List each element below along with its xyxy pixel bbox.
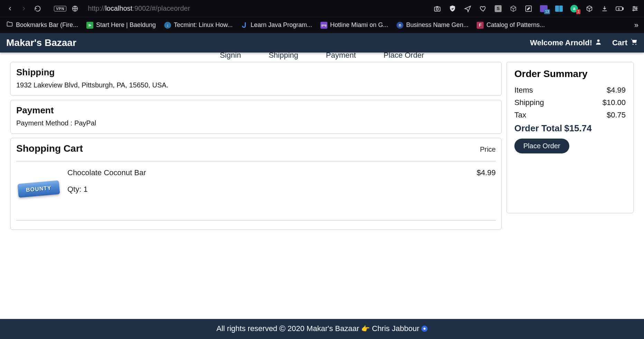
app-navbar: Makar's Bazaar Welcome Arnold! Cart bbox=[0, 33, 644, 53]
brand-title[interactable]: Makar's Bazaar bbox=[6, 37, 76, 48]
cart-label: Cart bbox=[612, 38, 627, 47]
ext-green-icon[interactable]: a1 bbox=[570, 4, 578, 13]
payment-title: Payment bbox=[16, 105, 496, 116]
summary-shipping-row: Shipping $10.00 bbox=[514, 98, 626, 107]
product-name[interactable]: Chocolate Coconut Bar bbox=[67, 168, 146, 177]
url-display[interactable]: http://localhost:9002/#/placeorder bbox=[88, 4, 190, 12]
summary-total-value: $15.74 bbox=[564, 123, 592, 134]
battery-icon[interactable] bbox=[616, 4, 624, 13]
bookmark-item[interactable]: gog Hotline Miami on G... bbox=[320, 21, 388, 29]
step-payment[interactable]: Payment bbox=[326, 53, 356, 60]
reload-icon[interactable] bbox=[32, 3, 43, 14]
vpn-badge[interactable]: VPN bbox=[54, 6, 66, 11]
place-order-button[interactable]: Place Order bbox=[514, 139, 569, 153]
bookmark-item[interactable]: n Business Name Gen... bbox=[396, 21, 468, 29]
ext-s-icon[interactable]: S bbox=[494, 4, 502, 13]
browser-toolbar-right: S 13 a1 bbox=[433, 4, 639, 13]
summary-total-label: Order Total bbox=[514, 123, 562, 134]
favicon-icon: ⋗ bbox=[86, 22, 93, 29]
app-footer: All rights reserved © 2020 Makar's Bazaa… bbox=[0, 319, 644, 339]
checkout-steps: Signin Shipping Payment Place Order bbox=[0, 53, 644, 62]
cart-icon bbox=[630, 38, 638, 48]
bookmark-label: Bookmarks Bar (Fire... bbox=[16, 21, 78, 29]
back-icon[interactable] bbox=[5, 3, 15, 14]
bookmark-item[interactable]: ↓ Tecmint: Linux How... bbox=[164, 21, 233, 29]
bookmark-item[interactable]: F Catalog of Patterns... bbox=[477, 21, 545, 29]
favicon-icon: ᒍ bbox=[241, 22, 248, 29]
welcome-text: Welcome Arnold! bbox=[530, 38, 592, 47]
shipping-title: Shipping bbox=[16, 67, 496, 78]
globe-icon[interactable] bbox=[70, 3, 80, 14]
folder-icon bbox=[6, 21, 13, 29]
bookmarks-overflow-icon[interactable]: » bbox=[634, 21, 638, 30]
user-icon bbox=[595, 38, 602, 47]
shield-check-icon[interactable] bbox=[448, 4, 457, 13]
footer-year: 2020 Makar's Bazaar bbox=[288, 324, 359, 333]
step-place-order[interactable]: Place Order bbox=[384, 53, 424, 60]
summary-shipping-label: Shipping bbox=[514, 98, 544, 107]
step-signin[interactable]: Signin bbox=[220, 53, 241, 60]
cart-card: Shopping Cart Price BOUNTY Chocolate Coc… bbox=[10, 138, 502, 230]
target-icon bbox=[421, 326, 428, 332]
product-image: BOUNTY bbox=[16, 168, 61, 210]
ext-purple-icon[interactable]: 13 bbox=[540, 4, 548, 13]
footer-text: All rights reserved bbox=[216, 324, 277, 333]
browser-address-bar: VPN http://localhost:9002/#/placeorder S… bbox=[0, 0, 644, 17]
book-icon[interactable] bbox=[555, 4, 563, 13]
summary-tax-label: Tax bbox=[514, 111, 526, 120]
footer-author: Chris Jabbour bbox=[372, 324, 419, 333]
bookmark-item[interactable]: ⋗ Start Here | Baeldung bbox=[86, 21, 156, 29]
bookmark-item[interactable]: ᒍ Learn Java Program... bbox=[241, 21, 312, 29]
url-scheme: http:// bbox=[88, 4, 105, 12]
bookmarks-bar: Bookmarks Bar (Fire... ⋗ Start Here | Ba… bbox=[0, 17, 644, 33]
summary-tax-value: $0.75 bbox=[607, 111, 626, 120]
payment-method-label: Payment Method : bbox=[16, 119, 74, 127]
svg-point-2 bbox=[436, 8, 438, 10]
bookmark-label: Tecmint: Linux How... bbox=[174, 21, 233, 29]
summary-items-row: Items $4.99 bbox=[514, 86, 626, 95]
step-shipping[interactable]: Shipping bbox=[269, 53, 298, 60]
edit-icon[interactable] bbox=[524, 4, 533, 13]
payment-method: Payment Method : PayPal bbox=[16, 119, 496, 127]
summary-items-value: $4.99 bbox=[607, 86, 626, 95]
forward-icon[interactable] bbox=[19, 3, 29, 14]
cart-price-header: Price bbox=[480, 145, 496, 153]
ext-cube-icon[interactable] bbox=[509, 4, 517, 13]
shipping-address: 1932 Lakeview Blvd, Pittsburgh, PA, 1565… bbox=[16, 81, 496, 89]
welcome-user[interactable]: Welcome Arnold! bbox=[530, 38, 602, 47]
copyright-icon: © bbox=[279, 324, 286, 333]
bookmark-label: Catalog of Patterns... bbox=[486, 21, 545, 29]
bookmark-item[interactable]: Bookmarks Bar (Fire... bbox=[6, 21, 78, 29]
bookmark-label: Start Here | Baeldung bbox=[96, 21, 156, 29]
summary-tax-row: Tax $0.75 bbox=[514, 111, 626, 120]
svg-point-6 bbox=[633, 6, 635, 8]
heart-icon[interactable] bbox=[479, 4, 487, 13]
svg-rect-4 bbox=[616, 7, 622, 10]
pointing-hand-icon: 👉 bbox=[361, 324, 370, 333]
bounty-wrapper-icon: BOUNTY bbox=[17, 180, 60, 198]
settings-sliders-icon[interactable] bbox=[631, 4, 639, 13]
download-icon[interactable] bbox=[600, 4, 609, 13]
favicon-icon: n bbox=[396, 22, 403, 29]
favicon-icon: ↓ bbox=[164, 22, 171, 29]
cart-link[interactable]: Cart bbox=[612, 38, 638, 48]
camera-icon[interactable] bbox=[433, 4, 441, 13]
product-qty: Qty: 1 bbox=[67, 185, 146, 194]
qty-label: Qty: bbox=[67, 185, 83, 194]
spacer bbox=[0, 237, 644, 249]
summary-items-label: Items bbox=[514, 86, 533, 95]
product-price: $4.99 bbox=[477, 168, 496, 177]
svg-point-9 bbox=[597, 39, 600, 42]
favicon-icon: gog bbox=[320, 22, 327, 29]
payment-method-value: PayPal bbox=[74, 119, 96, 127]
badge-1: 1 bbox=[576, 9, 580, 14]
shipping-card: Shipping 1932 Lakeview Blvd, Pittsburgh,… bbox=[10, 62, 502, 96]
package-icon[interactable] bbox=[585, 4, 594, 13]
svg-point-8 bbox=[633, 9, 634, 11]
svg-rect-5 bbox=[623, 8, 623, 10]
favicon-icon: F bbox=[477, 22, 484, 29]
page-content: Signin Shipping Payment Place Order Ship… bbox=[0, 53, 644, 319]
send-icon[interactable] bbox=[464, 4, 472, 13]
svg-point-7 bbox=[636, 8, 637, 9]
payment-card: Payment Payment Method : PayPal bbox=[10, 100, 502, 134]
